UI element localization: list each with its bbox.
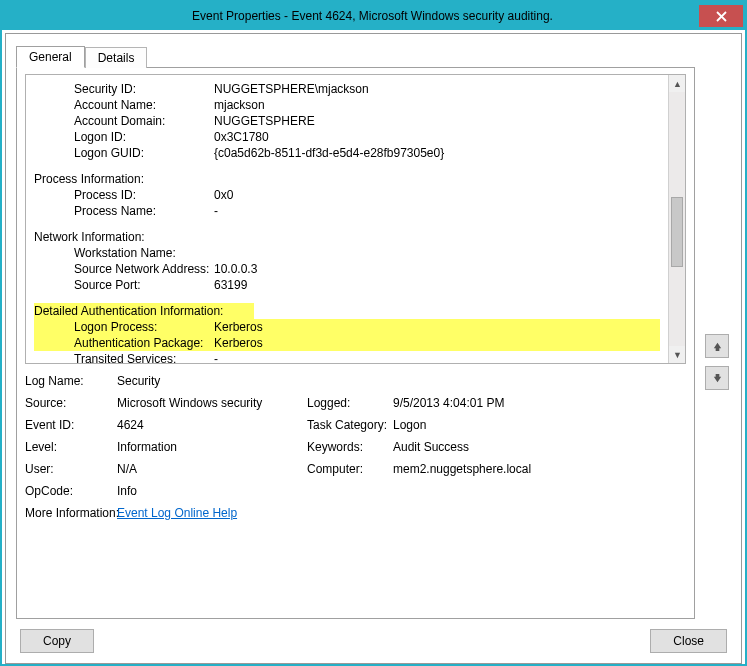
scroll-down-icon[interactable]: ▼ xyxy=(669,346,686,363)
keywords-value: Audit Success xyxy=(393,440,686,454)
prev-event-button[interactable] xyxy=(705,334,729,358)
client-area: General Details Security ID:NUGGETSPHERE… xyxy=(5,33,742,664)
arrow-down-icon xyxy=(712,373,723,384)
tab-general-page: Security ID:NUGGETSPHERE\mjackson Accoun… xyxy=(16,67,695,619)
scroll-thumb[interactable] xyxy=(671,197,683,267)
next-event-button[interactable] xyxy=(705,366,729,390)
description-scrollbar[interactable]: ▲ ▼ xyxy=(668,75,685,363)
opcode-value: Info xyxy=(117,484,307,498)
source-value: Microsoft Windows security xyxy=(117,396,307,410)
event-description-text[interactable]: Security ID:NUGGETSPHERE\mjackson Accoun… xyxy=(26,75,668,363)
event-metadata-grid: Log Name:Security Source:Microsoft Windo… xyxy=(25,374,686,520)
computer-value: mem2.nuggetsphere.local xyxy=(393,462,686,476)
level-value: Information xyxy=(117,440,307,454)
event-nav-buttons xyxy=(705,334,729,390)
dialog-button-row: Copy Close xyxy=(16,619,731,653)
tab-strip: General Details xyxy=(16,43,695,67)
event-description-box: Security ID:NUGGETSPHERE\mjackson Accoun… xyxy=(25,74,686,364)
arrow-up-icon xyxy=(712,341,723,352)
scroll-up-icon[interactable]: ▲ xyxy=(669,75,686,92)
window-close-button[interactable] xyxy=(699,5,743,27)
event-properties-window: Event Properties - Event 4624, Microsoft… xyxy=(0,0,747,666)
task-category-value: Logon xyxy=(393,418,686,432)
copy-button[interactable]: Copy xyxy=(20,629,94,653)
user-value: N/A xyxy=(117,462,307,476)
logged-value: 9/5/2013 4:04:01 PM xyxy=(393,396,686,410)
event-id-value: 4624 xyxy=(117,418,307,432)
log-name-value: Security xyxy=(117,374,307,388)
titlebar[interactable]: Event Properties - Event 4624, Microsoft… xyxy=(2,2,745,30)
event-log-online-help-link[interactable]: Event Log Online Help xyxy=(117,506,237,520)
close-button[interactable]: Close xyxy=(650,629,727,653)
close-icon xyxy=(716,11,727,22)
tab-general[interactable]: General xyxy=(16,46,85,68)
window-title: Event Properties - Event 4624, Microsoft… xyxy=(46,9,699,23)
tab-details[interactable]: Details xyxy=(85,47,148,68)
